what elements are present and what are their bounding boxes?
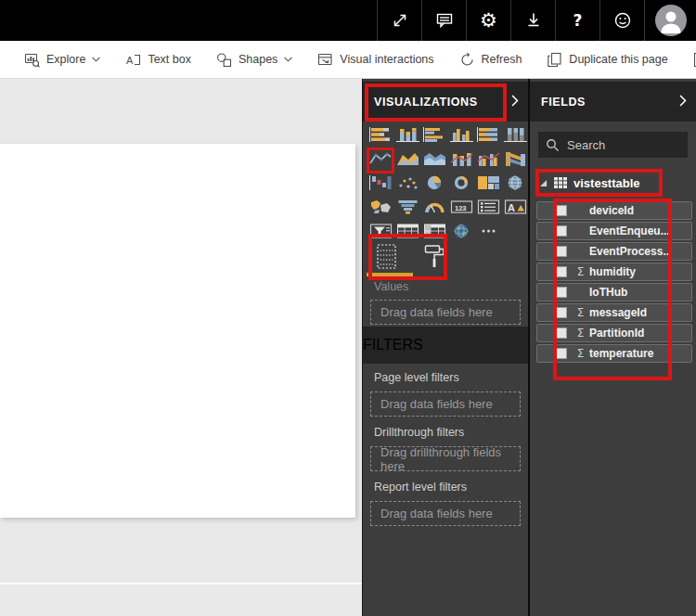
viz-icon-100-stacked-bar-chart[interactable] xyxy=(477,127,500,142)
field-row-messageId[interactable]: Σ messageId xyxy=(536,303,692,322)
field-checkbox[interactable] xyxy=(556,307,567,318)
svg-text:A: A xyxy=(126,54,134,65)
viz-icon-scatter-chart[interactable] xyxy=(396,175,419,190)
collapse-chevron-icon[interactable] xyxy=(511,95,519,107)
tab-format[interactable] xyxy=(411,236,459,278)
fields-tab-icon xyxy=(376,243,398,271)
comments-icon[interactable] xyxy=(421,0,466,41)
visual-interactions-label: Visual interactions xyxy=(340,53,433,66)
fields-panel: FIELDS vistesttable deviceId EventEnqueu… xyxy=(528,79,696,616)
field-row-deviceId[interactable]: deviceId xyxy=(536,201,692,220)
expand-triangle-icon[interactable] xyxy=(539,179,548,187)
field-row-PartitionId[interactable]: Σ PartitionId xyxy=(536,324,692,342)
top-app-bar: ⚙ ? xyxy=(0,0,696,41)
viz-icon-map[interactable] xyxy=(504,175,527,190)
feedback-smiley-icon[interactable] xyxy=(599,0,644,41)
field-checkbox[interactable] xyxy=(556,266,567,277)
viz-icon-clustered-bar-chart[interactable] xyxy=(423,127,446,142)
field-checkbox[interactable] xyxy=(556,246,567,257)
duplicate-page-button[interactable]: Duplicate this page xyxy=(547,52,667,68)
field-row-temperature[interactable]: Σ temperature xyxy=(536,344,692,363)
viz-icon-line-chart[interactable] xyxy=(369,151,393,166)
svg-text:A: A xyxy=(508,202,515,213)
viz-icon-treemap[interactable] xyxy=(477,175,500,190)
shapes-label: Shapes xyxy=(238,53,277,66)
sum-sigma-icon: Σ xyxy=(574,347,587,360)
help-icon[interactable]: ? xyxy=(555,0,599,41)
page-level-filters-label: Page level filters xyxy=(374,371,459,384)
viz-icon-donut-chart[interactable] xyxy=(450,175,473,190)
avatar-circle xyxy=(655,5,687,36)
viz-icon-gauge[interactable] xyxy=(423,199,446,214)
drillthrough-filters-label: Drillthrough filters xyxy=(374,426,464,439)
refresh-label: Refresh xyxy=(482,53,522,66)
field-row-IoTHub[interactable]: IoTHub xyxy=(536,283,692,302)
settings-gear-icon[interactable]: ⚙ xyxy=(466,0,510,41)
download-icon[interactable] xyxy=(510,0,555,41)
format-paint-roller-icon xyxy=(423,243,447,271)
viz-icon-kpi[interactable]: A xyxy=(504,199,527,214)
viz-icon-stacked-area-chart[interactable] xyxy=(423,151,446,166)
topbar-icon-group: ⚙ ? xyxy=(377,0,696,41)
viz-icon-line-and-clustered-column-chart[interactable] xyxy=(477,151,500,166)
text-box-button[interactable]: A Text box xyxy=(125,52,191,68)
report-level-filters-label: Report level filters xyxy=(374,481,467,494)
field-checkbox[interactable] xyxy=(556,287,567,298)
fields-search[interactable] xyxy=(538,132,688,158)
viz-icon-clustered-column-chart[interactable] xyxy=(450,127,473,142)
drillthrough-filters-well[interactable]: Drag drillthrough fields here xyxy=(370,446,521,471)
viz-icon-ribbon-chart[interactable] xyxy=(504,151,527,166)
visualization-type-grid: 123 A xyxy=(369,127,523,238)
report-level-filters-well[interactable]: Drag data fields here xyxy=(370,501,521,526)
visual-interactions-button[interactable]: Visual interactions xyxy=(317,52,433,68)
viz-icon-filled-map[interactable] xyxy=(369,199,393,214)
visualizations-title: VISUALIZATIONS xyxy=(363,96,478,109)
table-name: vistesttable xyxy=(574,176,640,190)
fields-title: FIELDS xyxy=(530,96,586,109)
visualizations-panel-header[interactable]: VISUALIZATIONS xyxy=(363,82,528,122)
viz-icon-card[interactable]: 123 xyxy=(450,199,473,214)
explore-button[interactable]: Explore xyxy=(24,52,100,68)
tab-fields[interactable] xyxy=(363,236,411,278)
field-checkbox[interactable] xyxy=(556,327,567,339)
sum-sigma-icon: Σ xyxy=(574,265,587,278)
table-node-vistesttable[interactable]: vistesttable xyxy=(530,171,696,195)
sum-sigma-icon: Σ xyxy=(574,327,587,340)
user-avatar[interactable] xyxy=(644,0,696,41)
viz-icon-100-stacked-column-chart[interactable] xyxy=(504,127,527,142)
viz-icon-waterfall-chart[interactable] xyxy=(369,175,393,190)
filters-section-header: FILTERS xyxy=(363,327,528,364)
duplicate-page-label: Duplicate this page xyxy=(569,53,667,66)
sum-sigma-icon: Σ xyxy=(574,306,587,319)
report-page[interactable] xyxy=(0,144,355,518)
viz-icon-multi-row-card[interactable] xyxy=(477,199,500,214)
report-canvas-area xyxy=(0,79,362,616)
page-level-filters-well[interactable]: Drag data fields here xyxy=(370,391,521,417)
values-label: Values xyxy=(374,280,408,293)
shapes-button[interactable]: Shapes xyxy=(216,52,292,68)
svg-text:123: 123 xyxy=(455,204,467,212)
field-checkbox[interactable] xyxy=(556,225,567,237)
viz-icon-area-chart[interactable] xyxy=(396,151,419,166)
viz-icon-pie-chart[interactable] xyxy=(423,175,446,190)
search-icon xyxy=(546,138,560,152)
viz-icon-funnel[interactable] xyxy=(396,199,419,214)
field-checkbox[interactable] xyxy=(556,205,567,216)
search-input[interactable] xyxy=(567,138,669,152)
collapse-chevron-icon[interactable] xyxy=(679,95,687,107)
viz-icon-stacked-bar-chart[interactable] xyxy=(369,127,393,142)
viz-icon-line-and-stacked-column-chart[interactable] xyxy=(450,151,473,166)
fields-panel-header[interactable]: FIELDS xyxy=(530,82,696,122)
table-grid-icon xyxy=(554,177,567,188)
fullscreen-icon[interactable] xyxy=(377,0,421,41)
viz-icon-stacked-column-chart[interactable] xyxy=(396,127,419,142)
explore-label: Explore xyxy=(46,53,85,66)
report-toolbar: Explore A Text box Shapes Visual interac… xyxy=(0,41,696,79)
field-row-EventEnqueued[interactable]: EventEnqueu... xyxy=(536,222,692,240)
field-row-EventProcessed[interactable]: EventProcess... xyxy=(536,242,692,261)
field-checkbox[interactable] xyxy=(556,348,567,359)
field-row-humidity[interactable]: Σ humidity xyxy=(536,263,692,281)
chevron-down-icon xyxy=(92,57,100,62)
refresh-button[interactable]: Refresh xyxy=(459,52,522,68)
values-drop-well[interactable]: Drag data fields here xyxy=(370,300,521,325)
